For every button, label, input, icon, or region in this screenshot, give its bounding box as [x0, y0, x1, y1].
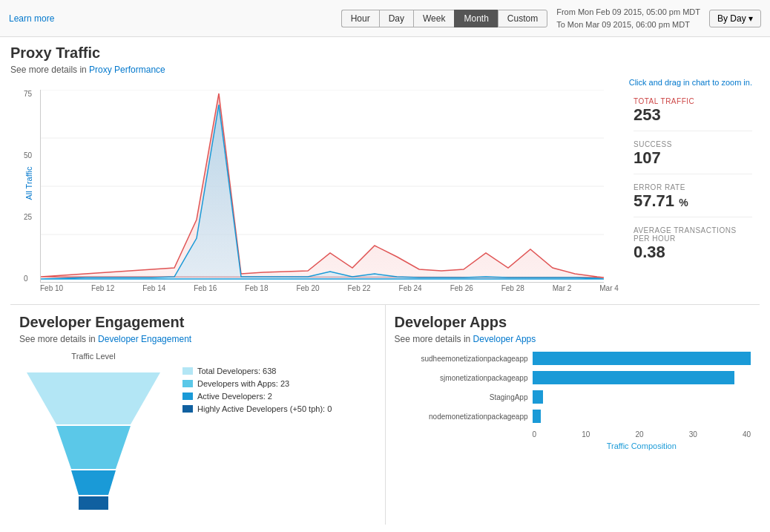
legend-item-highly-active: Highly Active Developers (+50 tph): 0: [182, 404, 332, 413]
funnel-chart: Traffic Level: [19, 352, 168, 516]
dev-engagement-title: Developer Engagement: [19, 314, 376, 331]
chart-wrapper: All Traffic 75 50 25 0: [40, 90, 619, 283]
error-rate-label: ERROR RATE: [634, 183, 752, 191]
success-stat: SUCCESS 107: [634, 140, 752, 174]
y-axis-labels: 75 50 25 0: [24, 90, 32, 283]
bar-chart-container: sudheemonetizationpackageapp sjmonetizat…: [395, 352, 751, 450]
month-button[interactable]: Month: [454, 10, 497, 27]
funnel-container: Traffic Level Total: [19, 352, 376, 516]
avg-tph-value: 0.38: [634, 243, 752, 262]
avg-tph-stat: AVERAGE TRANSACTIONS PER HOUR 0.38: [634, 226, 752, 268]
error-rate-value: 57.71 %: [634, 191, 752, 211]
legend-label-active: Active Developers: 2: [197, 392, 272, 401]
traffic-chart-svg[interactable]: [40, 90, 604, 283]
dev-apps-link[interactable]: Developer Apps: [473, 334, 536, 344]
proxy-traffic-subtitle: See more details in Proxy Performance: [10, 65, 760, 75]
legend-color-highly-active: [182, 405, 193, 413]
proxy-performance-link[interactable]: Proxy Performance: [89, 65, 165, 75]
proxy-traffic-title: Proxy Traffic: [10, 45, 760, 62]
time-button-group: Hour Day Week Month Custom: [341, 10, 548, 27]
stats-panel: TOTAL TRAFFIC 253 SUCCESS 107 ERROR RATE…: [626, 90, 760, 292]
bar-fill-3: [533, 410, 541, 423]
bar-track-0: [533, 352, 751, 365]
x-axis-labels: Feb 10 Feb 12 Feb 14 Feb 16 Feb 18 Feb 2…: [40, 283, 619, 292]
bottom-sections: Developer Engagement See more details in…: [10, 304, 760, 525]
bar-x-axis: 0 10 20 30 40: [533, 429, 751, 439]
bar-row-3: nodemonetizationpackageapp: [395, 410, 751, 423]
bar-fill-2: [533, 390, 544, 404]
hour-button[interactable]: Hour: [341, 10, 379, 27]
svg-marker-7: [56, 426, 131, 469]
learn-more-link[interactable]: Learn more: [9, 13, 54, 24]
bar-row-2: StagingApp: [395, 390, 751, 404]
dev-engagement-subtitle: See more details in Developer Engagement: [19, 334, 376, 344]
bar-row-0: sudheemonetizationpackageapp: [395, 352, 751, 365]
legend-color-active: [182, 393, 193, 400]
error-rate-stat: ERROR RATE 57.71 %: [634, 183, 752, 217]
total-traffic-value: 253: [634, 105, 752, 125]
funnel-title: Traffic Level: [19, 352, 168, 361]
bar-fill-1: [533, 371, 734, 384]
avg-tph-label: AVERAGE TRANSACTIONS PER HOUR: [634, 226, 752, 243]
bar-label-3: nodemonetizationpackageapp: [395, 413, 528, 421]
total-traffic-stat: TOTAL TRAFFIC 253: [634, 97, 752, 131]
developer-engagement-section: Developer Engagement See more details in…: [10, 305, 386, 525]
dev-engagement-link[interactable]: Developer Engagement: [98, 334, 191, 344]
funnel-legend: Total Developers: 638 Developers with Ap…: [182, 352, 332, 417]
dev-apps-title: Developer Apps: [395, 314, 751, 331]
bar-track-1: [533, 371, 751, 384]
legend-item-total: Total Developers: 638: [182, 367, 332, 375]
svg-rect-9: [79, 496, 108, 510]
legend-label-highly-active: Highly Active Developers (+50 tph): 0: [197, 404, 332, 413]
zoom-hint: Click and drag in chart to zoom in.: [10, 78, 760, 87]
custom-button[interactable]: Custom: [498, 10, 547, 27]
bar-row-1: sjmonetizationpackageapp: [395, 371, 751, 384]
legend-color-total: [182, 367, 193, 375]
svg-marker-5: [41, 105, 604, 279]
success-label: SUCCESS: [634, 140, 752, 148]
total-traffic-label: TOTAL TRAFFIC: [634, 97, 752, 105]
bar-label-0: sudheemonetizationpackageapp: [395, 355, 528, 363]
traffic-chart-container: All Traffic 75 50 25 0: [10, 90, 619, 292]
date-range: From Mon Feb 09 2015, 05:00 pm MDT To Mo…: [556, 6, 700, 30]
bar-x-label: Traffic Composition: [533, 441, 751, 450]
legend-label-with-apps: Developers with Apps: 23: [197, 379, 289, 388]
svg-marker-8: [71, 470, 116, 495]
success-value: 107: [634, 148, 752, 168]
by-day-button[interactable]: By Day ▾: [709, 10, 761, 27]
legend-color-with-apps: [182, 380, 193, 387]
bar-fill-0: [533, 352, 751, 365]
bar-label-2: StagingApp: [395, 393, 528, 401]
traffic-section: All Traffic 75 50 25 0: [10, 90, 760, 292]
legend-label-total: Total Developers: 638: [197, 367, 276, 375]
bar-track-2: [533, 390, 751, 404]
developer-apps-section: Developer Apps See more details in Devel…: [386, 305, 760, 525]
top-bar: Learn more Hour Day Week Month Custom Fr…: [0, 0, 770, 37]
svg-marker-4: [41, 93, 604, 278]
bar-track-3: [533, 410, 751, 423]
funnel-svg: [19, 365, 168, 513]
bar-label-1: sjmonetizationpackageapp: [395, 374, 528, 382]
week-button[interactable]: Week: [413, 10, 454, 27]
main-content: Proxy Traffic See more details in Proxy …: [0, 37, 770, 532]
legend-item-active: Active Developers: 2: [182, 392, 332, 401]
legend-item-with-apps: Developers with Apps: 23: [182, 379, 332, 388]
svg-marker-6: [27, 372, 160, 424]
day-button[interactable]: Day: [379, 10, 413, 27]
dev-apps-subtitle: See more details in Developer Apps: [395, 334, 751, 344]
